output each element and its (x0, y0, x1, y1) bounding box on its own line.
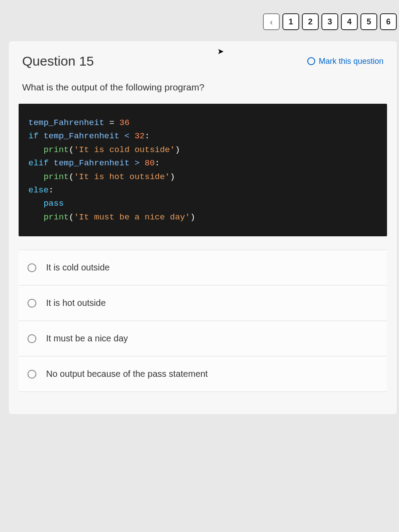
answer-text: It is hot outside (46, 298, 106, 308)
radio-icon (27, 299, 36, 308)
answer-option-d[interactable]: No output because of the pass statement (19, 356, 387, 392)
answer-text: No output because of the pass statement (46, 369, 208, 379)
code-block: temp_Fahrenheit = 36 if temp_Fahrenheit … (19, 104, 387, 236)
page-5-button[interactable]: 5 (360, 13, 377, 30)
page-navigation: ‹ 1 2 3 4 5 6 (9, 9, 399, 41)
question-title: Question 15 (22, 54, 94, 69)
answer-text: It is cold outside (46, 262, 110, 273)
answer-option-b[interactable]: It is hot outside (19, 286, 387, 321)
answer-list: It is cold outside It is hot outside It … (9, 250, 397, 414)
question-prompt: What is the output of the following prog… (9, 78, 397, 104)
page-1-button[interactable]: 1 (282, 13, 299, 30)
answer-option-c[interactable]: It must be a nice day (19, 321, 387, 356)
radio-icon (27, 334, 36, 343)
answer-text: It must be a nice day (46, 333, 128, 344)
question-card: Question 15 Mark this question What is t… (9, 41, 397, 414)
page-3-button[interactable]: 3 (321, 13, 338, 30)
prev-page-button[interactable]: ‹ (263, 13, 280, 30)
mark-radio-icon (307, 57, 315, 65)
radio-icon (27, 263, 36, 272)
page-4-button[interactable]: 4 (341, 13, 358, 30)
page-2-button[interactable]: 2 (302, 13, 319, 30)
answer-option-a[interactable]: It is cold outside (19, 250, 387, 286)
radio-icon (27, 370, 36, 379)
page-6-button[interactable]: 6 (380, 13, 397, 30)
mark-question-toggle[interactable]: Mark this question (307, 57, 383, 66)
mark-question-label: Mark this question (319, 57, 383, 66)
chevron-left-icon: ‹ (270, 17, 273, 27)
